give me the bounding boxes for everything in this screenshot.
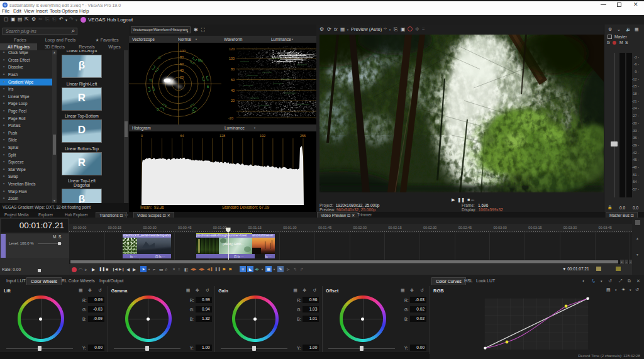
svg-text:Mg: Mg	[198, 58, 203, 62]
svg-text:64: 64	[180, 134, 184, 138]
svg-text:40: 40	[231, 89, 235, 92]
svg-text:100: 100	[229, 57, 235, 60]
svg-text:-20: -20	[228, 116, 233, 120]
svg-text:255: 255	[300, 134, 306, 138]
svg-text:Yl: Yl	[149, 79, 152, 82]
svg-text:128: 128	[219, 134, 225, 138]
svg-text:60: 60	[231, 78, 235, 82]
svg-text:20: 20	[231, 99, 235, 102]
svg-text:60: 60	[180, 62, 184, 66]
svg-text:R: R	[158, 56, 161, 60]
svg-text:120: 120	[229, 47, 235, 51]
svg-text:40: 40	[180, 69, 184, 72]
svg-text:B: B	[207, 85, 209, 89]
svg-text:G: G	[157, 108, 159, 111]
svg-text:80: 80	[180, 55, 184, 59]
svg-text:Cy: Cy	[192, 109, 196, 113]
svg-text:0: 0	[141, 134, 143, 138]
svg-text:80: 80	[231, 67, 235, 71]
svg-text:20: 20	[180, 75, 184, 79]
svg-text:100: 100	[180, 49, 186, 53]
svg-text:192: 192	[260, 134, 265, 138]
